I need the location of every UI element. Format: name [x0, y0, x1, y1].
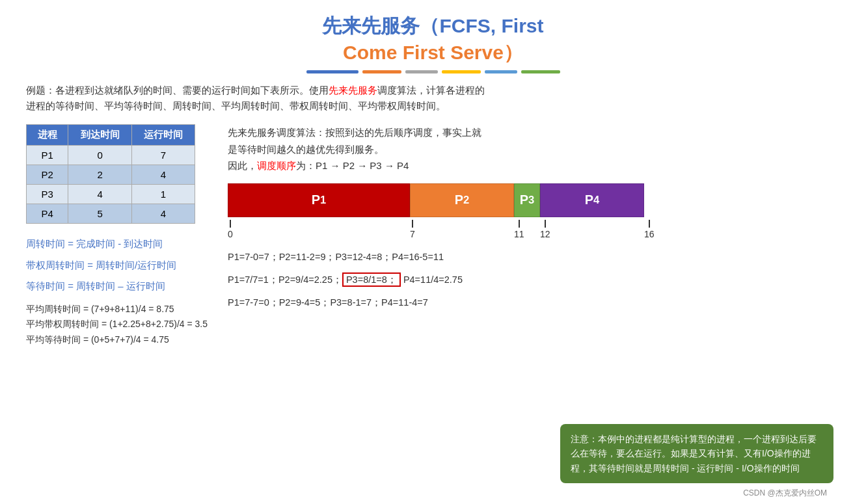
table-cell: P2	[27, 165, 68, 185]
scheduling-desc: 先来先服务调度算法：按照到达的先后顺序调度，事实上就 是等待时间越久的越优先得到…	[228, 124, 840, 174]
table-cell: P1	[27, 146, 68, 165]
num-11: 11	[514, 229, 524, 239]
calculations-area: P1=7-0=7；P2=11-2=9；P3=12-4=8；P4=16-5=11 …	[228, 250, 840, 311]
tick-0: 0	[228, 220, 233, 239]
avg-weighted: 平均带权周转时间 = (1+2.25+8+2.75)/4 = 3.5	[26, 317, 208, 332]
num-12: 12	[540, 229, 550, 239]
table-row: P2 2 4	[27, 165, 195, 185]
gantt-ticks: 0 7 11 12	[228, 220, 644, 243]
gantt-area: P1 P2 P3 P4 0	[228, 183, 840, 243]
color-seg-6	[521, 70, 560, 73]
weighted-calc: P1=7/7=1；P2=9/4=2.25；P3=8/1=8； P4=11/4=2…	[228, 272, 840, 287]
table-cell: 2	[68, 165, 131, 185]
title-line2: Come First Serve）	[26, 40, 840, 66]
gantt-bar: P1 P2 P3 P4	[228, 183, 840, 217]
table-cell: P3	[27, 185, 68, 204]
waiting-calc: P1=7-7=0；P2=9-4=5；P3=8-1=7；P4=11-4=7	[228, 295, 840, 310]
turnaround-calc: P1=7-0=7；P2=11-2=9；P3=12-4=8；P4=16-5=11	[228, 250, 840, 265]
table-row: P3 4 1	[27, 185, 195, 204]
left-column: 进程 到达时间 运行时间 P1 0 7 P2 2 4	[26, 124, 208, 348]
table-row: P1 0 7	[27, 146, 195, 165]
formulas-left: 周转时间 = 完成时间 - 到达时间 带权周转时间 = 周转时间/运行时间 等待…	[26, 237, 208, 294]
tick-7: 7	[410, 220, 415, 239]
title-zh: 先来先服务（FCFS, First	[322, 15, 543, 36]
table-cell: 7	[131, 146, 195, 165]
num-0: 0	[228, 229, 233, 239]
arrow-11	[519, 220, 520, 228]
note-text: 注意：本例中的进程都是纯计算型的进程，一个进程到达后要么在等待，要么在运行。如果…	[571, 434, 817, 473]
table-cell: 4	[68, 185, 131, 204]
table-cell: 4	[131, 165, 195, 185]
table-cell: 1	[131, 185, 195, 204]
table-cell: P4	[27, 204, 68, 224]
arrow-16	[649, 220, 650, 228]
title-en2: Come First Serve）	[343, 42, 523, 63]
table-cell: 5	[68, 204, 131, 224]
table-header-process: 进程	[27, 125, 68, 146]
table-cell: 4	[131, 204, 195, 224]
note-box: 注意：本例中的进程都是纯计算型的进程，一个进程到达后要么在等待，要么在运行。如果…	[560, 424, 833, 483]
arrow-0	[230, 220, 231, 228]
table-row: P4 5 4	[27, 204, 195, 224]
gantt-seg-p2: P2	[410, 183, 514, 217]
avg-turnaround: 平均周转时间 = (7+9+8+11)/4 = 8.75	[26, 302, 208, 317]
color-seg-3	[405, 70, 438, 73]
page-container: 先来先服务（FCFS, First Come First Serve） 例题：各…	[0, 0, 866, 504]
p3-boxed: P3=8/1=8；	[342, 272, 401, 287]
table-header-runtime: 运行时间	[131, 125, 195, 146]
color-bar	[26, 70, 840, 73]
right-column: 先来先服务调度算法：按照到达的先后顺序调度，事实上就 是等待时间越久的越优先得到…	[228, 124, 840, 318]
title-area: 先来先服务（FCFS, First Come First Serve）	[26, 13, 840, 66]
table-header-arrival: 到达时间	[68, 125, 131, 146]
averages-block: 平均周转时间 = (7+9+8+11)/4 = 8.75 平均带权周转时间 = …	[26, 302, 208, 348]
num-16: 16	[644, 229, 655, 239]
tick-16: 16	[644, 220, 655, 239]
turnaround-formula: 周转时间 = 完成时间 - 到达时间	[26, 237, 208, 252]
arrow-12	[545, 220, 546, 228]
gantt-seg-p3: P3	[514, 183, 540, 217]
gantt-seg-p4: P4	[540, 183, 644, 217]
weighted-formula: 带权周转时间 = 周转时间/运行时间	[26, 258, 208, 273]
avg-waiting: 平均等待时间 = (0+5+7+7)/4 = 4.75	[26, 332, 208, 348]
title-line1: 先来先服务（FCFS, First	[26, 13, 840, 40]
color-seg-1	[306, 70, 359, 73]
tick-11: 11	[514, 220, 524, 239]
color-seg-4	[442, 70, 481, 73]
color-seg-2	[362, 70, 401, 73]
waiting-formula: 等待时间 = 周转时间 – 运行时间	[26, 279, 208, 294]
watermark: CSDN @杰克爱内丝OM	[743, 488, 827, 499]
process-table: 进程 到达时间 运行时间 P1 0 7 P2 2 4	[26, 124, 195, 224]
gantt-seg-p1: P1	[228, 183, 410, 217]
color-seg-5	[485, 70, 517, 73]
main-content: 进程 到达时间 运行时间 P1 0 7 P2 2 4	[26, 124, 840, 348]
table-cell: 0	[68, 146, 131, 165]
num-7: 7	[410, 229, 415, 239]
arrow-7	[412, 220, 413, 228]
tick-12: 12	[540, 220, 550, 239]
description: 例题：各进程到达就绪队列的时间、需要的运行时间如下表所示。使用先来先服务调度算法…	[26, 83, 840, 114]
